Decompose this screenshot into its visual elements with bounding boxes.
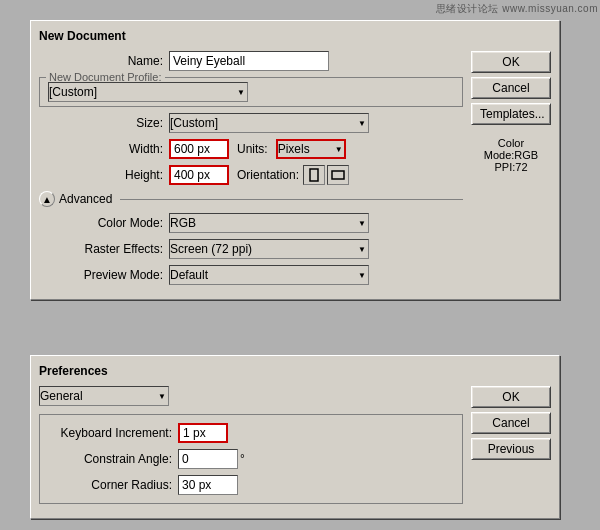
prefs-ok-button[interactable]: OK: [471, 386, 551, 408]
keyboard-label: Keyboard Increment:: [48, 426, 178, 440]
degree-symbol: °: [240, 452, 245, 466]
height-label: Height:: [39, 168, 169, 182]
raster-label: Raster Effects:: [39, 242, 169, 256]
keyboard-input[interactable]: [178, 423, 228, 443]
svg-rect-1: [332, 171, 344, 179]
landscape-button[interactable]: [327, 165, 349, 185]
advanced-label: Advanced: [59, 192, 112, 206]
color-mode-label: Color Mode:: [39, 216, 169, 230]
ok-button[interactable]: OK: [471, 51, 551, 73]
prefs-title: Preferences: [39, 364, 551, 378]
width-input[interactable]: [169, 139, 229, 159]
raster-select[interactable]: Screen (72 ppi) Medium (150 ppi) High (3…: [169, 239, 369, 259]
height-input[interactable]: [169, 165, 229, 185]
radius-input[interactable]: [178, 475, 238, 495]
angle-input[interactable]: [178, 449, 238, 469]
units-label: Units:: [237, 142, 268, 156]
radius-label: Corner Radius:: [48, 478, 178, 492]
cancel-button[interactable]: Cancel: [471, 77, 551, 99]
color-mode-info: Color Mode:RGB: [471, 137, 551, 161]
orientation-label: Orientation:: [237, 168, 299, 182]
color-info: Color Mode:RGB PPI:72: [471, 137, 551, 173]
new-doc-title: New Document: [39, 29, 551, 43]
ppi-info: PPI:72: [471, 161, 551, 173]
advanced-toggle-icon: ▲: [42, 194, 52, 205]
preferences-dialog: Preferences General Keyboard Increment:: [30, 355, 560, 519]
templates-button[interactable]: Templates...: [471, 103, 551, 125]
profile-select[interactable]: [Custom]: [48, 82, 248, 102]
color-mode-select[interactable]: RGB CMYK Grayscale: [169, 213, 369, 233]
size-label: Size:: [39, 116, 169, 130]
angle-label: Constrain Angle:: [48, 452, 178, 466]
units-select[interactable]: Pixels Inches cm mm: [276, 139, 346, 159]
advanced-toggle[interactable]: ▲: [39, 191, 55, 207]
preview-select[interactable]: Default Pixel Overprint: [169, 265, 369, 285]
prefs-cancel-button[interactable]: Cancel: [471, 412, 551, 434]
width-label: Width:: [39, 142, 169, 156]
portrait-button[interactable]: [303, 165, 325, 185]
svg-rect-0: [310, 169, 318, 181]
name-input[interactable]: [169, 51, 329, 71]
preview-label: Preview Mode:: [39, 268, 169, 282]
new-document-dialog: New Document Name: New Document Profile:…: [30, 20, 560, 300]
size-select[interactable]: [Custom]: [169, 113, 369, 133]
previous-button[interactable]: Previous: [471, 438, 551, 460]
prefs-general-select[interactable]: General: [39, 386, 169, 406]
watermark: 思绪设计论坛 www.missyuan.com: [436, 2, 598, 16]
name-label: Name:: [39, 54, 169, 68]
